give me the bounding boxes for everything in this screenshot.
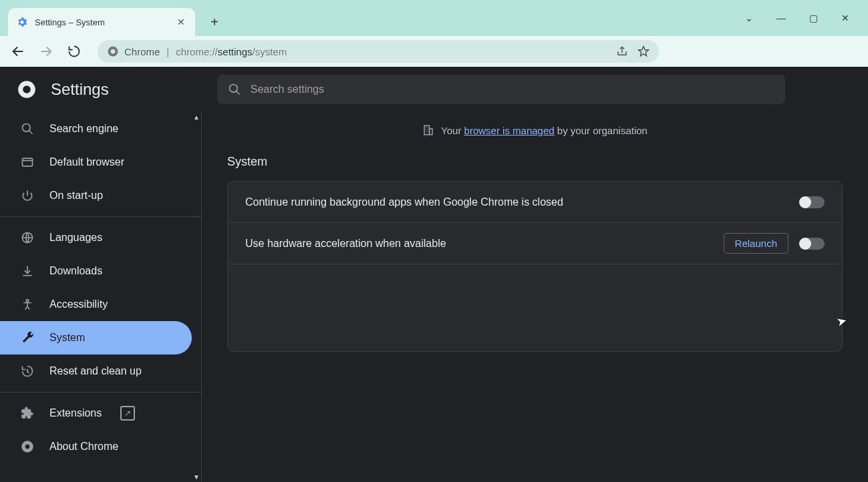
- svg-point-11: [25, 444, 30, 449]
- wrench-icon: [20, 330, 35, 345]
- card-padding: [228, 264, 842, 351]
- site-chip: Chrome: [107, 45, 160, 57]
- url-text: chrome://settings/system: [176, 46, 287, 57]
- extension-icon: [20, 406, 35, 421]
- divider: [0, 392, 201, 393]
- back-button[interactable]: [7, 40, 29, 63]
- sidebar-item-languages[interactable]: Languages: [0, 221, 192, 254]
- close-icon[interactable]: ✕: [175, 16, 187, 28]
- maximize-button[interactable]: ▢: [807, 11, 820, 25]
- svg-point-3: [23, 85, 31, 93]
- browser-toolbar: Chrome | chrome://settings/system: [0, 36, 868, 67]
- system-card: Continue running background apps when Go…: [227, 181, 843, 352]
- relaunch-button[interactable]: Relaunch: [724, 233, 788, 254]
- sidebar-item-label: Downloads: [49, 265, 102, 277]
- globe-icon: [20, 230, 35, 245]
- restore-icon: [20, 364, 35, 379]
- minimize-button[interactable]: ―: [774, 11, 788, 25]
- share-icon[interactable]: [616, 45, 628, 57]
- window-titlebar: Settings – System ✕ + ⌄ ― ▢ ✕: [0, 0, 868, 36]
- separator: |: [166, 46, 169, 57]
- close-window-button[interactable]: ✕: [839, 11, 852, 25]
- search-icon: [228, 83, 241, 96]
- scroll-up-icon[interactable]: ▲: [193, 113, 200, 121]
- sidebar-item-label: System: [49, 332, 85, 344]
- svg-point-6: [23, 124, 31, 132]
- download-icon: [20, 264, 35, 278]
- sidebar-item-reset[interactable]: Reset and clean up: [0, 354, 192, 388]
- sidebar-item-label: On start-up: [49, 190, 103, 202]
- sidebar-item-label: Languages: [49, 232, 102, 244]
- sidebar-item-label: Extensions: [49, 407, 102, 419]
- sidebar-item-label: Accessibility: [49, 298, 108, 310]
- svg-rect-13: [430, 129, 433, 135]
- chrome-logo-icon: [17, 80, 36, 99]
- sidebar-item-accessibility[interactable]: Accessibility: [0, 288, 192, 321]
- search-placeholder: Search settings: [251, 83, 324, 95]
- managed-link[interactable]: browser is managed: [464, 125, 555, 136]
- toggle-hardware-accel[interactable]: [799, 238, 825, 250]
- reload-button[interactable]: [63, 40, 86, 63]
- address-bar[interactable]: Chrome | chrome://settings/system: [98, 40, 659, 63]
- chrome-icon: [20, 439, 35, 454]
- page-title: Settings: [51, 80, 109, 99]
- building-icon: [422, 124, 434, 136]
- sidebar-item-default-browser[interactable]: Default browser: [0, 146, 192, 179]
- new-tab-button[interactable]: +: [204, 12, 225, 32]
- settings-sidebar: ▲ Search engine Default browser On start…: [0, 112, 202, 482]
- gear-icon: [16, 16, 28, 28]
- power-icon: [20, 188, 35, 203]
- browser-icon: [20, 155, 35, 170]
- search-settings-input[interactable]: Search settings: [217, 75, 785, 104]
- settings-header: Settings Search settings: [0, 67, 868, 112]
- section-title: System: [227, 155, 868, 169]
- search-icon: [20, 122, 35, 136]
- browser-tab[interactable]: Settings – System ✕: [8, 8, 195, 36]
- svg-rect-7: [23, 158, 33, 166]
- sidebar-item-about[interactable]: About Chrome: [0, 430, 192, 463]
- svg-point-5: [229, 85, 237, 93]
- sidebar-item-system[interactable]: System: [0, 321, 192, 354]
- sidebar-item-label: About Chrome: [49, 441, 118, 453]
- sidebar-item-downloads[interactable]: Downloads: [0, 254, 192, 288]
- window-controls: ⌄ ― ▢ ✕: [742, 0, 868, 36]
- sidebar-item-label: Reset and clean up: [49, 365, 142, 377]
- svg-point-9: [26, 300, 28, 302]
- sidebar-item-search-engine[interactable]: Search engine: [0, 112, 192, 146]
- external-link-icon: ↗: [120, 406, 135, 421]
- scroll-down-icon[interactable]: ▼: [193, 473, 200, 481]
- divider: [0, 216, 201, 217]
- sidebar-item-label: Search engine: [49, 123, 118, 135]
- managed-banner: Your browser is managed by your organisa…: [202, 124, 868, 136]
- row-background-apps: Continue running background apps when Go…: [228, 182, 842, 223]
- row-label: Continue running background apps when Go…: [245, 196, 788, 208]
- forward-button[interactable]: [35, 40, 57, 63]
- svg-point-1: [111, 49, 116, 54]
- accessibility-icon: [20, 297, 35, 312]
- sidebar-item-extensions[interactable]: Extensions ↗: [0, 397, 192, 430]
- chevron-down-icon[interactable]: ⌄: [742, 11, 756, 25]
- row-hardware-accel: Use hardware acceleration when available…: [228, 223, 842, 264]
- row-label: Use hardware acceleration when available: [245, 238, 713, 250]
- site-chip-label: Chrome: [124, 46, 160, 57]
- svg-rect-12: [424, 126, 430, 135]
- star-icon[interactable]: [637, 45, 649, 57]
- settings-main: Your browser is managed by your organisa…: [202, 112, 868, 482]
- plus-icon: +: [210, 15, 219, 30]
- sidebar-item-on-startup[interactable]: On start-up: [0, 179, 192, 212]
- sidebar-item-label: Default browser: [49, 156, 124, 168]
- toggle-background-apps[interactable]: [799, 196, 825, 208]
- tab-title: Settings – System: [35, 17, 175, 27]
